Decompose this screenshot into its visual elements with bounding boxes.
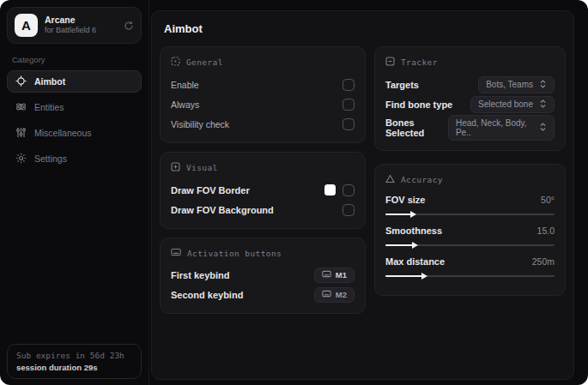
gear-icon: [15, 153, 27, 165]
keybind-value: M2: [336, 290, 347, 299]
select-value: Head, Neck, Body, Pe..: [456, 118, 533, 137]
page-title: Aimbot: [164, 22, 566, 35]
slider-value: 50°: [541, 195, 555, 205]
second-keybind-button[interactable]: M2: [314, 287, 355, 303]
card-title: Accuracy: [401, 175, 443, 184]
sidebar-item-settings[interactable]: Settings: [7, 147, 142, 170]
setting-row-always: Always: [171, 95, 355, 113]
setting-row-bones-selected: Bones Selected Head, Neck, Body, Pe..: [385, 115, 555, 141]
tracker-card: Tracker Targets Bots, Teams: [374, 46, 566, 151]
sidebar-item-miscellaneous[interactable]: Miscellaneous: [7, 122, 142, 144]
setting-label: Bones Selected: [385, 117, 448, 138]
scan-icon: [171, 57, 180, 68]
setting-label: Draw FOV Background: [171, 205, 274, 215]
keyboard-icon: [171, 248, 181, 258]
slider-thumb[interactable]: [421, 273, 427, 280]
app-logo: A: [15, 14, 38, 37]
select-value: Selected bone: [478, 99, 533, 109]
setting-row-targets: Targets Bots, Teams: [385, 75, 555, 93]
category-label: Category: [12, 55, 136, 64]
visibility-check-checkbox[interactable]: [342, 118, 355, 130]
sliders-icon: [15, 127, 27, 140]
subscription-status-card: Sub expires in 56d 23h session duration …: [7, 344, 142, 379]
sidebar-item-aimbot[interactable]: Aimbot: [7, 70, 142, 93]
app-subtitle: for Battlefield 6: [45, 26, 117, 35]
draw-fov-border-checkbox[interactable]: [342, 184, 355, 196]
keyboard-icon: [322, 290, 331, 299]
always-checkbox[interactable]: [342, 99, 355, 111]
setting-label: Find bone type: [385, 99, 452, 110]
app-logo-card: A Arcane for Battlefield 6: [7, 7, 142, 44]
slider-thumb[interactable]: [410, 211, 416, 218]
setting-label: Visibility check: [171, 119, 229, 129]
max-distance-slider[interactable]: [385, 275, 555, 277]
setting-row-visibility-check: Visibility check: [171, 115, 355, 133]
sidebar-item-label: Settings: [34, 153, 67, 164]
setting-row-draw-fov-border: Draw FOV Border: [171, 181, 355, 199]
sub-expiry-text: Sub expires in 56d 23h: [16, 351, 132, 360]
setting-row-first-keybind: First keybind M1: [171, 266, 355, 284]
sidebar-item-label: Entities: [34, 102, 64, 112]
fov-size-slider[interactable]: [385, 214, 555, 215]
chevrons-up-down-icon: [539, 123, 547, 133]
draw-fov-background-checkbox[interactable]: [342, 204, 355, 216]
setting-label: Always: [171, 99, 199, 110]
card-title: General: [186, 57, 223, 67]
square-minus-icon: [385, 57, 395, 68]
find-bone-type-select[interactable]: Selected bone: [470, 96, 555, 113]
slider-thumb[interactable]: [412, 242, 418, 249]
app-window: A Arcane for Battlefield 6 Category Aimb…: [0, 0, 588, 385]
card-title: Activation buttons: [187, 249, 282, 258]
setting-label: Draw FOV Border: [171, 185, 250, 196]
keybind-value: M1: [336, 270, 347, 280]
setting-label: Enable: [171, 80, 199, 90]
main-panel: Aimbot General: [151, 10, 574, 380]
enable-checkbox[interactable]: [342, 79, 355, 91]
card-title: Tracker: [401, 57, 438, 67]
crosshair-icon: [15, 75, 27, 88]
sidebar-item-entities[interactable]: Entities: [7, 96, 142, 118]
smoothness-setting: Smoothness 15.0: [385, 224, 555, 246]
setting-label: Smoothness: [385, 226, 442, 236]
keyboard-icon: [322, 270, 331, 280]
targets-select[interactable]: Bots, Teams: [478, 76, 555, 93]
general-card: General Enable Always Visibility check: [160, 46, 366, 143]
refresh-icon[interactable]: [124, 21, 134, 31]
app-name: Arcane: [45, 15, 117, 26]
first-keybind-button[interactable]: M1: [314, 268, 355, 283]
chevrons-up-down-icon: [539, 99, 547, 110]
setting-label: FOV size: [385, 195, 425, 205]
bones-selected-select[interactable]: Head, Neck, Body, Pe..: [448, 115, 555, 141]
accuracy-card: Accuracy FOV size 50°: [374, 164, 566, 296]
sidebar-item-label: Miscellaneous: [34, 128, 92, 138]
max-distance-setting: Max distance 250m: [385, 255, 555, 277]
session-duration-text: session duration 29s: [16, 363, 132, 372]
frame-plus-icon: [171, 162, 180, 173]
atom-icon: [15, 101, 27, 114]
setting-row-second-keybind: Second keybind M2: [171, 286, 355, 304]
chevrons-up-down-icon: [539, 80, 547, 90]
sidebar: A Arcane for Battlefield 6 Category Aimb…: [0, 0, 149, 385]
visual-card: Visual Draw FOV Border Draw FOV Backgrou…: [160, 152, 366, 229]
fov-size-setting: FOV size 50°: [385, 193, 555, 215]
setting-row-draw-fov-background: Draw FOV Background: [171, 201, 355, 219]
main-area: Aimbot General: [149, 0, 588, 385]
card-title: Visual: [186, 163, 218, 172]
setting-label: Second keybind: [171, 290, 243, 300]
setting-label: Targets: [385, 80, 419, 90]
sidebar-item-label: Aimbot: [34, 76, 65, 87]
fov-border-color-swatch[interactable]: [324, 184, 336, 196]
setting-label: First keybind: [171, 270, 229, 280]
setting-row-enable: Enable: [171, 75, 355, 93]
setting-label: Max distance: [385, 256, 445, 267]
smoothness-slider[interactable]: [385, 244, 555, 246]
select-value: Bots, Teams: [486, 80, 533, 89]
activation-buttons-card: Activation buttons First keybind M1: [160, 238, 366, 314]
slider-value: 250m: [532, 256, 555, 267]
triangle-icon: [385, 174, 395, 185]
slider-value: 15.0: [537, 226, 555, 236]
setting-row-find-bone-type: Find bone type Selected bone: [385, 95, 555, 113]
